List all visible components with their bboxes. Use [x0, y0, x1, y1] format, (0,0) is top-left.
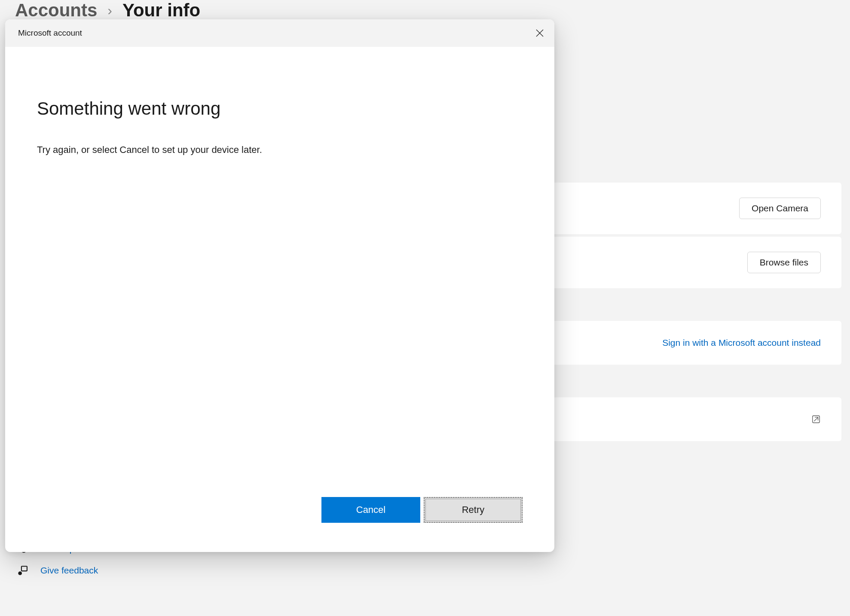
- svg-rect-4: [21, 566, 27, 571]
- dialog-title: Microsoft account: [18, 28, 82, 38]
- close-icon: [536, 29, 544, 37]
- give-feedback-label: Give feedback: [40, 565, 98, 576]
- feedback-icon: [16, 565, 28, 576]
- dialog-message: Try again, or select Cancel to set up yo…: [37, 143, 523, 157]
- microsoft-account-dialog: Microsoft account Something went wrong T…: [5, 19, 554, 552]
- open-camera-button[interactable]: Open Camera: [739, 198, 821, 219]
- svg-point-3: [18, 571, 22, 575]
- dialog-button-row: Cancel Retry: [37, 497, 523, 526]
- chevron-right-icon: ›: [107, 3, 112, 18]
- external-link-icon: [811, 415, 821, 424]
- retry-button[interactable]: Retry: [424, 497, 523, 523]
- dialog-titlebar: Microsoft account: [5, 19, 554, 47]
- breadcrumb-current: Your info: [122, 0, 200, 21]
- dialog-heading: Something went wrong: [37, 98, 523, 119]
- cancel-button[interactable]: Cancel: [321, 497, 420, 523]
- dialog-close-button[interactable]: [525, 19, 554, 47]
- give-feedback-link[interactable]: Give feedback: [16, 565, 98, 576]
- dialog-body: Something went wrong Try again, or selec…: [5, 47, 554, 552]
- breadcrumb: Accounts › Your info: [15, 0, 200, 21]
- signin-microsoft-link[interactable]: Sign in with a Microsoft account instead: [662, 338, 821, 348]
- breadcrumb-parent[interactable]: Accounts: [15, 0, 97, 21]
- browse-files-button[interactable]: Browse files: [747, 252, 821, 273]
